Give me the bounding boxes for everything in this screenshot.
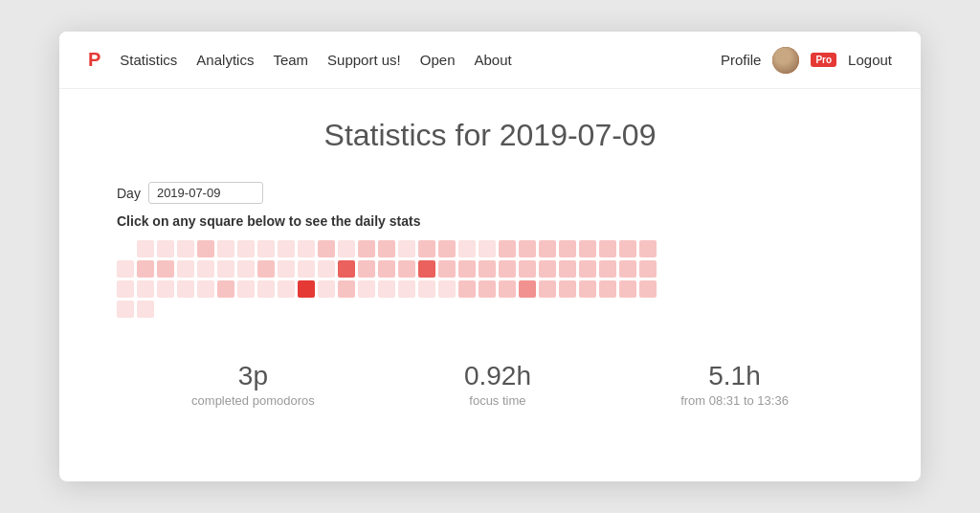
heatmap-cell[interactable] — [338, 280, 355, 298]
heatmap-cell[interactable] — [298, 280, 315, 298]
heatmap-cell[interactable] — [418, 280, 435, 298]
nav-link-open[interactable]: Open — [420, 52, 456, 68]
heatmap-cell[interactable] — [398, 280, 415, 298]
nav-logo[interactable]: P — [88, 49, 100, 71]
heatmap-cell[interactable] — [418, 240, 435, 257]
heatmap-cell[interactable] — [499, 260, 516, 278]
heatmap-cell[interactable] — [438, 280, 456, 298]
heatmap-cell[interactable] — [438, 260, 456, 278]
heatmap-cell — [378, 301, 395, 318]
heatmap-cell[interactable] — [398, 260, 415, 278]
heatmap-cell[interactable] — [257, 280, 275, 298]
heatmap-cell[interactable] — [338, 240, 355, 257]
profile-link[interactable]: Profile — [721, 52, 762, 68]
heatmap-cell[interactable] — [197, 240, 214, 257]
heatmap-cell — [318, 301, 335, 318]
heatmap-cell[interactable] — [318, 280, 335, 298]
heatmap-cell[interactable] — [157, 260, 174, 278]
heatmap-cell[interactable] — [298, 260, 315, 278]
heatmap-cell[interactable] — [559, 240, 576, 257]
heatmap-cell[interactable] — [438, 240, 456, 257]
heatmap-cell[interactable] — [599, 240, 616, 257]
heatmap-cell[interactable] — [519, 280, 536, 298]
nav-link-support[interactable]: Support us! — [327, 52, 401, 68]
heatmap-cell[interactable] — [579, 240, 596, 257]
heatmap-cell[interactable] — [137, 301, 154, 318]
nav-link-team[interactable]: Team — [273, 52, 308, 68]
heatmap-cell[interactable] — [197, 280, 214, 298]
heatmap-cell[interactable] — [639, 280, 657, 298]
nav-link-statistics[interactable]: Statistics — [120, 52, 177, 68]
heatmap-cell[interactable] — [278, 260, 295, 278]
heatmap-cell[interactable] — [579, 280, 596, 298]
heatmap-cell[interactable] — [579, 260, 596, 278]
heatmap-cell[interactable] — [217, 260, 234, 278]
heatmap-cell[interactable] — [318, 240, 335, 257]
heatmap-cell[interactable] — [278, 240, 295, 257]
heatmap-cell[interactable] — [599, 260, 616, 278]
heatmap-cell[interactable] — [177, 240, 194, 257]
nav-link-analytics[interactable]: Analytics — [196, 52, 254, 68]
heatmap-cell[interactable] — [639, 260, 657, 278]
heatmap-cell[interactable] — [499, 240, 516, 257]
heatmap-cell[interactable] — [619, 240, 636, 257]
heatmap-cell[interactable] — [479, 240, 496, 257]
heatmap-cell[interactable] — [458, 280, 476, 298]
heatmap-cell[interactable] — [177, 260, 194, 278]
heatmap-cell[interactable] — [378, 240, 395, 257]
heatmap-cell[interactable] — [499, 280, 516, 298]
heatmap-cell[interactable] — [117, 301, 134, 318]
heatmap-cell[interactable] — [358, 280, 375, 298]
heatmap-cell[interactable] — [237, 280, 255, 298]
heatmap-cell — [117, 240, 134, 257]
heatmap-cell[interactable] — [298, 240, 315, 257]
heatmap-cell[interactable] — [398, 240, 415, 257]
heatmap-cell[interactable] — [479, 280, 496, 298]
heatmap-cell[interactable] — [519, 240, 536, 257]
heatmap-cell[interactable] — [257, 260, 275, 278]
heatmap-cell[interactable] — [137, 260, 154, 278]
heatmap-cell[interactable] — [519, 260, 536, 278]
heatmap-cell[interactable] — [338, 260, 355, 278]
heatmap-cell[interactable] — [137, 240, 154, 257]
avatar[interactable] — [772, 47, 799, 74]
heatmap-cell[interactable] — [458, 240, 476, 257]
heatmap-cell[interactable] — [458, 260, 476, 278]
heatmap-cell[interactable] — [378, 280, 395, 298]
heatmap-cell[interactable] — [217, 280, 234, 298]
heatmap-cell[interactable] — [358, 260, 375, 278]
heatmap-cell[interactable] — [157, 280, 174, 298]
heatmap-cell[interactable] — [418, 260, 435, 278]
heatmap-cell[interactable] — [619, 280, 636, 298]
day-input[interactable] — [148, 182, 263, 204]
logout-button[interactable]: Logout — [848, 52, 892, 68]
nav-link-about[interactable]: About — [475, 52, 512, 68]
page-title: Statistics for 2019-07-09 — [117, 118, 863, 153]
heatmap-cell[interactable] — [479, 260, 496, 278]
heatmap-cell[interactable] — [559, 260, 576, 278]
heatmap-cell[interactable] — [539, 280, 556, 298]
heatmap-cell[interactable] — [117, 280, 134, 298]
heatmap-cell[interactable] — [318, 260, 335, 278]
heatmap-cell[interactable] — [539, 260, 556, 278]
heatmap-cell[interactable] — [639, 240, 657, 257]
heatmap-cell[interactable] — [217, 240, 234, 257]
heatmap-cell[interactable] — [619, 260, 636, 278]
heatmap-cell[interactable] — [599, 280, 616, 298]
heatmap-cell[interactable] — [117, 260, 134, 278]
heatmap-cell[interactable] — [157, 240, 174, 257]
heatmap-cell[interactable] — [237, 260, 255, 278]
heatmap-cell[interactable] — [197, 260, 214, 278]
heatmap-cell[interactable] — [378, 260, 395, 278]
heatmap-cell[interactable] — [137, 280, 154, 298]
heatmap-cell[interactable] — [559, 280, 576, 298]
heatmap-cell[interactable] — [278, 280, 295, 298]
heatmap-cell[interactable] — [177, 280, 194, 298]
stat-item-1: 0.92hfocus time — [464, 361, 531, 409]
nav-right: Profile Pro Logout — [721, 47, 892, 74]
heatmap-cell[interactable] — [358, 240, 375, 257]
heatmap-cell[interactable] — [237, 240, 255, 257]
heatmap-cell[interactable] — [539, 240, 556, 257]
heatmap-cell[interactable] — [257, 240, 275, 257]
app-window: P StatisticsAnalyticsTeamSupport us!Open… — [59, 32, 921, 481]
